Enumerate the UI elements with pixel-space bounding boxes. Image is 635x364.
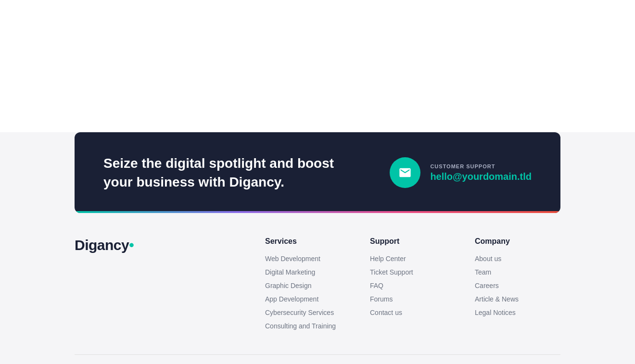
list-item: Graphic Design	[265, 281, 351, 290]
contact-us-link[interactable]: Contact us	[370, 309, 402, 316]
footer-bottom: Copyright© 2024 Digancy. All rights rese…	[75, 354, 560, 364]
list-item: Ticket Support	[370, 268, 456, 276]
cta-banner: Seize the digital spotlight and boost yo…	[75, 132, 560, 213]
list-item: Cybersecurity Services	[265, 308, 351, 317]
careers-link[interactable]: Careers	[475, 282, 499, 289]
list-item: Help Center	[370, 254, 456, 263]
logo-dot: •	[129, 237, 134, 253]
cybersecurity-link[interactable]: Cybersecurity Services	[265, 309, 334, 316]
logo: Digancy•	[75, 237, 134, 253]
cta-contact: CUSTOMER SUPPORT hello@yourdomain.tld	[390, 157, 532, 188]
forums-link[interactable]: Forums	[370, 295, 393, 303]
footer-grid: Digancy• Services Web Development Digita…	[75, 237, 560, 330]
list-item: Legal Notices	[475, 308, 560, 317]
list-item: Article & News	[475, 295, 560, 303]
list-item: Team	[475, 268, 560, 276]
services-links: Web Development Digital Marketing Graphi…	[265, 254, 351, 330]
contact-info: CUSTOMER SUPPORT hello@yourdomain.tld	[430, 163, 532, 182]
graphic-design-link[interactable]: Graphic Design	[265, 282, 312, 289]
article-news-link[interactable]: Article & News	[475, 295, 519, 303]
help-center-link[interactable]: Help Center	[370, 255, 406, 263]
list-item: Forums	[370, 295, 456, 303]
logo-area: Digancy•	[75, 237, 246, 330]
legal-notices-link[interactable]: Legal Notices	[475, 309, 516, 316]
list-item: FAQ	[370, 281, 456, 290]
mail-icon	[398, 166, 412, 179]
list-item: About us	[475, 254, 560, 263]
company-links: About us Team Careers Article & News Leg…	[475, 254, 560, 317]
support-links: Help Center Ticket Support FAQ Forums Co…	[370, 254, 456, 317]
list-item: Digital Marketing	[265, 268, 351, 276]
about-us-link[interactable]: About us	[475, 255, 501, 263]
list-item: Consulting and Training	[265, 322, 351, 330]
web-development-link[interactable]: Web Development	[265, 255, 320, 263]
digital-marketing-link[interactable]: Digital Marketing	[265, 268, 315, 276]
logo-text: Digancy	[75, 237, 129, 253]
app-development-link[interactable]: App Development	[265, 295, 318, 303]
support-title: Support	[370, 237, 456, 246]
top-area	[0, 0, 635, 132]
team-link[interactable]: Team	[475, 268, 491, 276]
list-item: Web Development	[265, 254, 351, 263]
list-item: Contact us	[370, 308, 456, 317]
cta-headline: Seize the digital spotlight and boost yo…	[103, 154, 334, 191]
faq-link[interactable]: FAQ	[370, 282, 383, 289]
ticket-support-link[interactable]: Ticket Support	[370, 268, 413, 276]
footer-company: Company About us Team Careers Article & …	[475, 237, 560, 330]
support-label: CUSTOMER SUPPORT	[430, 163, 532, 169]
contact-email[interactable]: hello@yourdomain.tld	[430, 171, 532, 182]
list-item: App Development	[265, 295, 351, 303]
footer: Digancy• Services Web Development Digita…	[0, 213, 635, 364]
services-title: Services	[265, 237, 351, 246]
footer-support: Support Help Center Ticket Support FAQ F…	[370, 237, 456, 330]
company-title: Company	[475, 237, 560, 246]
list-item: Careers	[475, 281, 560, 290]
mail-icon-circle	[390, 157, 420, 188]
footer-services: Services Web Development Digital Marketi…	[265, 237, 351, 330]
consulting-link[interactable]: Consulting and Training	[265, 322, 336, 330]
